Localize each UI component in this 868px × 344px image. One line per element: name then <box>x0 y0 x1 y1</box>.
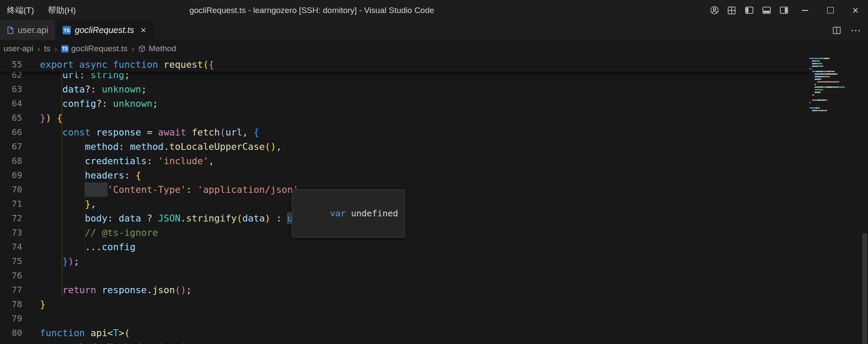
tab-user-api[interactable]: user.api <box>0 20 56 40</box>
vscode-window: 终端(T) 帮助(H) gocliRequest.ts - learngozer… <box>0 0 868 344</box>
code-token: stringify <box>186 213 237 224</box>
code-token: { <box>57 112 63 123</box>
editor[interactable]: 62 url: string;63 data?: unknown;64 conf… <box>0 57 809 344</box>
line-number[interactable]: 68 <box>0 154 22 168</box>
customize-layout-icon[interactable] <box>723 0 740 20</box>
close-tab-icon[interactable]: × <box>141 26 146 35</box>
code-token: response <box>96 127 141 138</box>
code-line[interactable]: 76 <box>0 268 809 283</box>
line-number[interactable]: 72 <box>0 211 22 225</box>
maximize-icon <box>827 7 834 13</box>
line-number[interactable]: 69 <box>0 168 22 182</box>
code-token: 'application/json' <box>197 184 298 195</box>
minimap-line <box>809 109 848 112</box>
tooltip-keyword: var <box>330 208 346 218</box>
line-content: method: Method = 'get', <box>40 342 192 344</box>
line-number[interactable]: 75 <box>0 254 22 268</box>
tab-label: user.api <box>18 25 48 35</box>
code-token <box>40 284 63 295</box>
line-content: data?: unknown; <box>40 84 147 95</box>
tab-goclirequest[interactable]: TS gocliRequest.ts × <box>56 20 154 40</box>
line-number[interactable]: 71 <box>0 197 22 211</box>
code-token: headers <box>85 170 125 181</box>
menu-help[interactable]: 帮助(H) <box>41 0 83 20</box>
hover-tooltip[interactable]: var undefined <box>292 189 405 238</box>
close-icon: × <box>852 5 858 16</box>
code-token: ( <box>237 213 242 224</box>
code-token: function <box>113 59 164 70</box>
line-content: config?: unknown; <box>40 98 158 109</box>
maximize-button[interactable] <box>818 0 843 20</box>
account-icon[interactable] <box>706 0 723 20</box>
menubar: 终端(T) 帮助(H) <box>0 0 83 20</box>
code-token <box>40 227 85 238</box>
code-token: ( <box>265 141 271 152</box>
typescript-icon: TS <box>61 45 69 53</box>
line-number[interactable]: 76 <box>0 268 22 283</box>
code-line[interactable]: 78} <box>0 297 809 311</box>
code-line[interactable]: 64 config?: unknown; <box>0 96 809 111</box>
line-number[interactable]: 74 <box>0 240 22 254</box>
code-line[interactable]: 75 }); <box>0 254 809 268</box>
more-actions-icon[interactable]: ⋯ <box>847 20 865 40</box>
line-number[interactable]: 70 <box>0 182 22 197</box>
menu-terminal[interactable]: 终端(T) <box>0 0 41 20</box>
code-token: ? <box>141 213 158 224</box>
code-token: ; <box>152 98 158 109</box>
code-line[interactable]: 68 credentials: 'include', <box>0 154 809 168</box>
line-number[interactable]: 55 <box>0 57 22 72</box>
split-editor-icon[interactable] <box>828 20 845 40</box>
minimap[interactable] <box>809 57 848 344</box>
code-token: : <box>147 155 158 166</box>
code-line[interactable]: 81 method: Method = 'get', <box>0 340 809 344</box>
code-line[interactable]: 66 const response = await fetch(url, { <box>0 125 809 139</box>
code-token: . <box>147 284 152 295</box>
editor-actions: ⋯ <box>828 20 868 40</box>
line-content: return response.json(); <box>40 284 192 295</box>
code-line[interactable]: 79 <box>0 311 809 326</box>
code-line[interactable]: 63 data?: unknown; <box>0 82 809 96</box>
code-token: const <box>63 127 96 138</box>
code-line[interactable]: 74 ...config <box>0 240 809 254</box>
close-button[interactable]: × <box>843 0 868 20</box>
sticky-scroll[interactable]: 55export async function request({ <box>0 57 809 72</box>
code-line[interactable]: 77 return response.json(); <box>0 283 809 297</box>
code-token: json <box>152 284 175 295</box>
code-line[interactable]: 65}) { <box>0 111 809 125</box>
code-token: method <box>130 141 164 152</box>
code-token: unknown <box>102 84 141 95</box>
line-number[interactable]: 64 <box>0 96 22 111</box>
line-number[interactable]: 65 <box>0 111 22 125</box>
toggle-primary-sidebar-icon[interactable] <box>740 0 758 20</box>
code-token: config <box>102 241 135 252</box>
line-number[interactable]: 66 <box>0 125 22 139</box>
breadcrumb-label: Method <box>149 44 176 53</box>
line-number[interactable]: 73 <box>0 225 22 240</box>
scrollbar-thumb[interactable] <box>862 233 867 344</box>
line-number[interactable]: 81 <box>0 340 22 344</box>
code-line[interactable]: 69 headers: { <box>0 168 809 182</box>
breadcrumb-item-folder[interactable]: user-api <box>3 44 33 53</box>
toggle-secondary-sidebar-icon[interactable] <box>775 0 792 20</box>
breadcrumb-label: user-api <box>3 44 33 53</box>
line-number[interactable]: 78 <box>0 297 22 311</box>
breadcrumb-item-file[interactable]: TS gocliRequest.ts <box>61 44 128 53</box>
code-line[interactable]: 55export async function request({ <box>0 57 809 72</box>
line-number[interactable]: 80 <box>0 326 22 340</box>
code-token: { <box>254 127 259 138</box>
line-number[interactable]: 67 <box>0 139 22 154</box>
toggle-panel-icon[interactable] <box>758 0 775 20</box>
chevron-right-icon: › <box>37 44 40 54</box>
line-number[interactable]: 77 <box>0 283 22 297</box>
breadcrumb-item-ts-folder[interactable]: ts <box>44 44 50 53</box>
code-line[interactable]: 80function api<T>( <box>0 326 809 340</box>
file-icon <box>7 26 14 34</box>
code-token: Method <box>107 342 141 344</box>
code-token: JSON <box>158 213 181 224</box>
scrollbar[interactable] <box>861 57 868 344</box>
minimize-button[interactable] <box>792 0 818 20</box>
line-number[interactable]: 63 <box>0 82 22 96</box>
breadcrumb-item-symbol[interactable]: Method <box>138 44 176 53</box>
line-number[interactable]: 79 <box>0 311 22 326</box>
code-line[interactable]: 67 method: method.toLocaleUpperCase(), <box>0 139 809 154</box>
